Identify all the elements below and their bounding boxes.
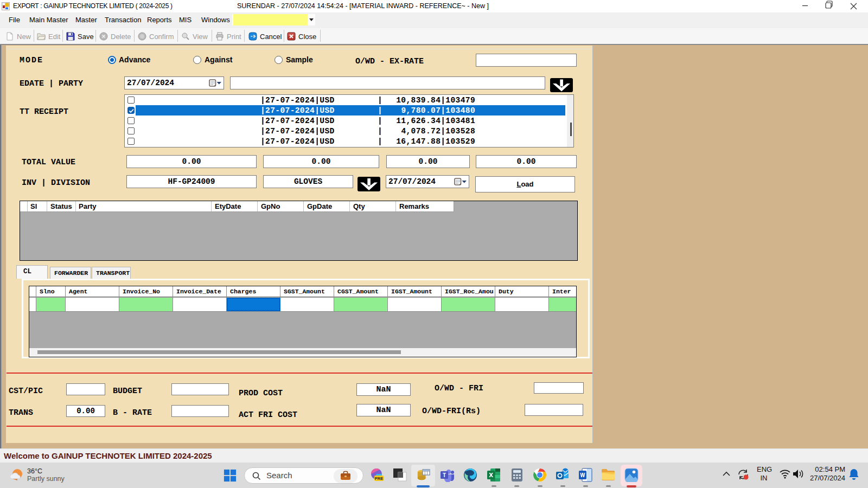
svg-text:T: T <box>443 472 446 478</box>
svg-text:PRE: PRE <box>375 476 383 481</box>
